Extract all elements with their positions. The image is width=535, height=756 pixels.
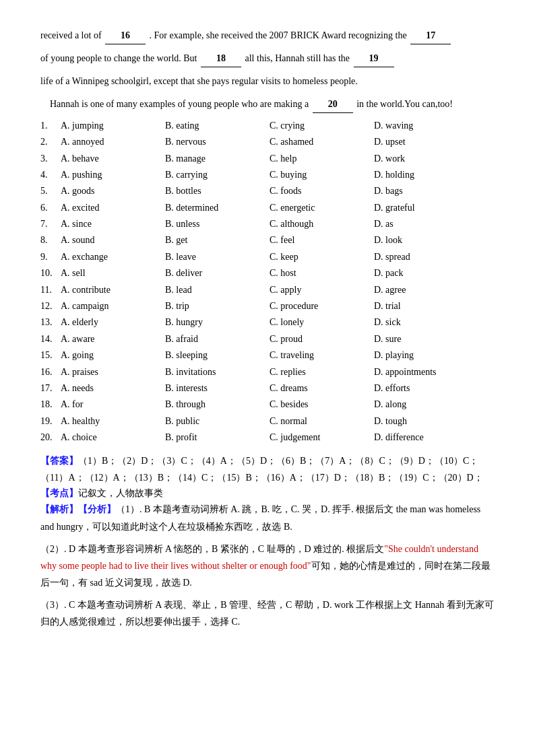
intro-paragraph-2: of young people to change the world. But… — [40, 50, 495, 67]
choice-11c: C. apply — [270, 283, 374, 298]
answer-block: 【答案】（1）B；（2）D；（3）C；（4）A；（5）D；（6）B；（7）A；（… — [40, 452, 495, 486]
choice-6d: D. grateful — [374, 201, 478, 215]
blank-17: 17 — [410, 27, 451, 44]
choice-row-19: 19. A. healthy B. public C. normal D. to… — [40, 414, 495, 429]
choice-num-11: 11. — [40, 283, 61, 298]
choice-5c: C. foods — [270, 184, 374, 199]
choice-15a: A. going — [61, 348, 165, 363]
choice-row-1: 1. A. jumping B. eating C. crying D. wav… — [40, 118, 495, 133]
jiexi-subtitle: 【分析】 — [78, 504, 116, 514]
choice-num-2: 2. — [40, 135, 61, 149]
choice-num-5: 5. — [40, 184, 61, 199]
choice-7d: D. as — [374, 217, 478, 232]
choice-num-6: 6. — [40, 201, 61, 215]
choice-row-11: 11. A. contribute B. lead C. apply D. ag… — [40, 283, 495, 298]
choice-row-10: 10. A. sell B. deliver C. host D. pack — [40, 266, 495, 281]
choice-14c: C. proud — [270, 332, 374, 347]
choice-10c: C. host — [270, 266, 374, 281]
choice-1d: D. waving — [374, 118, 478, 133]
choice-10a: A. sell — [61, 266, 165, 281]
intro-text-1b: . For example, she received the 2007 BRI… — [150, 30, 407, 40]
choice-7a: A. since — [61, 217, 165, 232]
choice-row-18: 18. A. for B. through C. besides D. alon… — [40, 397, 495, 412]
choice-18d: D. along — [374, 397, 478, 412]
answer-section: 【答案】（1）B；（2）D；（3）C；（4）A；（5）D；（6）B；（7）A；（… — [40, 452, 495, 631]
choice-2c: C. ashamed — [270, 135, 374, 149]
choice-num-19: 19. — [40, 414, 61, 429]
choice-20c: C. judgement — [270, 430, 374, 445]
choice-8a: A. sound — [61, 233, 165, 248]
choice-11d: D. agree — [374, 283, 478, 298]
choice-19a: A. healthy — [61, 414, 165, 429]
analysis-2-title: （2） — [40, 544, 64, 554]
choice-12a: A. campaign — [61, 299, 165, 314]
choice-20a: A. choice — [61, 430, 165, 445]
choice-17a: A. needs — [61, 381, 165, 396]
choice-row-2: 2. A. annoyed B. nervous C. ashamed D. u… — [40, 135, 495, 149]
intro-paragraph-4: Hannah is one of many examples of young … — [40, 96, 495, 113]
choice-12d: D. trial — [374, 299, 478, 314]
choice-11a: A. contribute — [61, 283, 165, 298]
intro-paragraph-1: received a lot of 16 . For example, she … — [40, 27, 495, 44]
choice-15d: D. playing — [374, 348, 478, 363]
kaodian-title: 【考点】 — [40, 488, 78, 498]
choice-9c: C. keep — [270, 250, 374, 265]
choice-9a: A. exchange — [61, 250, 165, 265]
choice-17c: C. dreams — [270, 381, 374, 396]
choice-num-20: 20. — [40, 430, 61, 445]
choice-14d: D. sure — [374, 332, 478, 347]
choice-row-9: 9. A. exchange B. leave C. keep D. sprea… — [40, 250, 495, 265]
choice-num-13: 13. — [40, 315, 61, 330]
choice-11b: B. lead — [165, 283, 270, 298]
choice-row-7: 7. A. since B. unless C. although D. as — [40, 217, 495, 232]
choice-7b: B. unless — [165, 217, 270, 232]
choice-num-16: 16. — [40, 365, 61, 380]
choice-12b: B. trip — [165, 299, 270, 314]
answer-title: 【答案】 — [40, 456, 78, 466]
choice-20b: B. profit — [165, 430, 270, 445]
choice-1c: C. crying — [270, 118, 374, 133]
choice-2b: B. nervous — [165, 135, 270, 149]
intro-text-3: life of a Winnipeg schoolgirl, except th… — [40, 76, 358, 86]
choice-row-20: 20. A. choice B. profit C. judgement D. … — [40, 430, 495, 445]
choice-16b: B. invitations — [165, 365, 270, 380]
choice-4a: A. pushing — [61, 168, 165, 182]
choice-num-1: 1. — [40, 118, 61, 133]
analysis-para3: （3）. C 本题考查动词辨析 A 表现、举止，B 管理、经营，C 帮助，D. … — [40, 596, 495, 630]
choice-16a: A. praises — [61, 365, 165, 380]
choice-3d: D. work — [374, 151, 478, 166]
analysis-2-text: . D 本题考查形容词辨析 A 恼怒的，B 紧张的，C 耻辱的，D 难过的. 根… — [64, 544, 384, 554]
analysis-3-text: （3）. C 本题考查动词辨析 A 表现、举止，B 管理、经营，C 帮助，D. … — [40, 600, 494, 627]
choice-num-4: 4. — [40, 168, 61, 182]
choice-19c: C. normal — [270, 414, 374, 429]
choice-num-9: 9. — [40, 250, 61, 265]
choice-18b: B. through — [165, 397, 270, 412]
choice-1b: B. eating — [165, 118, 270, 133]
choice-2a: A. annoyed — [61, 135, 165, 149]
choice-16d: D. appointments — [374, 365, 478, 380]
choice-18c: C. besides — [270, 397, 374, 412]
choice-10b: B. deliver — [165, 266, 270, 281]
choice-row-17: 17. A. needs B. interests C. dreams D. e… — [40, 381, 495, 396]
kaodian-text: 记叙文，人物故事类 — [78, 488, 163, 498]
choice-row-16: 16. A. praises B. invitations C. replies… — [40, 365, 495, 380]
blank-20: 20 — [313, 96, 353, 113]
intro-text-2b: all this, Hannah still has the — [245, 53, 350, 63]
choice-4b: B. carrying — [165, 168, 270, 182]
choice-8d: D. look — [374, 233, 478, 248]
choice-row-3: 3. A. behave B. manage C. help D. work — [40, 151, 495, 166]
choice-5a: A. goods — [61, 184, 165, 199]
choice-row-6: 6. A. excited B. determined C. energetic… — [40, 201, 495, 215]
analysis-para2: （2）. D 本题考查形容词辨析 A 恼怒的，B 紧张的，C 耻辱的，D 难过的… — [40, 541, 495, 592]
choice-14a: A. aware — [61, 332, 165, 347]
choice-8c: C. feel — [270, 233, 374, 248]
choice-4d: D. holding — [374, 168, 478, 182]
choice-13a: A. elderly — [61, 315, 165, 330]
choice-4c: C. buying — [270, 168, 374, 182]
choice-19b: B. public — [165, 414, 270, 429]
choice-row-5: 5. A. goods B. bottles C. foods D. bags — [40, 184, 495, 199]
choice-3a: A. behave — [61, 151, 165, 166]
blank-19: 19 — [354, 50, 394, 67]
choice-7c: C. although — [270, 217, 374, 232]
choice-6b: B. determined — [165, 201, 270, 215]
